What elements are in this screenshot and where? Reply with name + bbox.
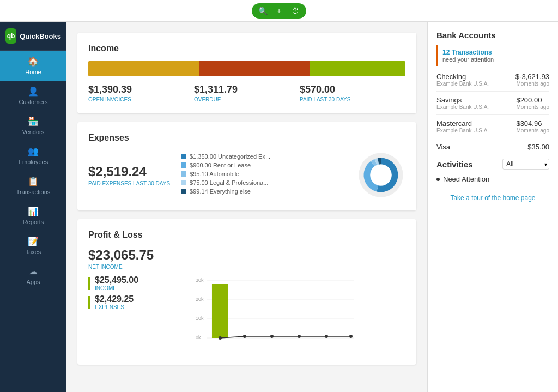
- add-icon[interactable]: +: [274, 5, 284, 16]
- bank-amount: $304.96: [516, 119, 549, 128]
- content-area: Income $1,390.39 OPEN INVOICES$1,311.79 …: [66, 22, 427, 392]
- sidebar-label-apps: Apps: [26, 279, 40, 285]
- svg-text:30k: 30k: [196, 278, 204, 283]
- qb-logo-icon: qb: [5, 28, 16, 44]
- bank-name: Mastercard: [436, 119, 489, 128]
- customers-icon: 👤: [28, 86, 39, 97]
- legend-text: $1,350.00 Uncategorized Ex...: [190, 153, 270, 160]
- legend-text: $99.14 Everything else: [190, 188, 251, 195]
- bank-amount: $-3,621.93: [515, 73, 549, 81]
- bank-time: Moments ago: [516, 128, 549, 134]
- svg-point-12: [243, 335, 246, 338]
- legend-item: $75.00 Legal & Professiona...: [181, 179, 345, 186]
- bank-sub: Example Bank U.S.A.: [436, 81, 489, 87]
- bank-account-row: Checking Example Bank U.S.A. $-3,621.93 …: [436, 73, 549, 92]
- transactions-icon: 📋: [28, 176, 39, 186]
- svg-point-11: [219, 336, 222, 340]
- pl-item-value: $25,495.00: [95, 275, 138, 285]
- sidebar-item-employees[interactable]: 👥 Employees: [0, 141, 66, 171]
- sidebar-item-customers[interactable]: 👤 Customers: [0, 81, 66, 111]
- pl-item: $25,495.00 INCOME: [88, 275, 138, 291]
- bank-alert: 12 Transactions need your attention: [436, 45, 549, 66]
- pl-header: $23,065.75 NET INCOME: [88, 248, 405, 270]
- topbar: 🔍 + ⏱: [0, 0, 558, 22]
- apps-icon: ☁: [29, 266, 38, 276]
- need-attention: Need Attention: [436, 175, 549, 183]
- sidebar-label-vendors: Vendors: [22, 129, 44, 135]
- expenses-content: $2,519.24 PAID EXPENSES LAST 30 DAYS $1,…: [88, 150, 405, 200]
- sidebar-item-home[interactable]: 🏠 Home: [0, 51, 66, 81]
- expenses-value: $2,519.24: [88, 164, 170, 179]
- legend-item: $95.10 Automobile: [181, 171, 345, 177]
- legend-dot: [181, 154, 186, 159]
- sidebar-label-reports: Reports: [23, 219, 44, 225]
- sidebar-item-taxes[interactable]: 📝 Taxes: [0, 231, 66, 261]
- bank-rows: Checking Example Bank U.S.A. $-3,621.93 …: [436, 73, 549, 151]
- svg-text:10k: 10k: [196, 316, 204, 321]
- income-stat: $1,311.79 OVERDUE: [194, 84, 300, 102]
- bank-alert-link[interactable]: 12 Transactions: [442, 49, 545, 56]
- legend-text: $900.00 Rent or Lease: [190, 162, 251, 168]
- expenses-title: Expenses: [88, 133, 405, 143]
- pl-item-label: INCOME: [95, 285, 138, 291]
- bank-row: Savings Example Bank U.S.A. $200.00 Mome…: [436, 96, 549, 110]
- taxes-icon: 📝: [28, 236, 39, 246]
- svg-point-14: [298, 335, 301, 338]
- svg-point-15: [325, 335, 328, 338]
- history-icon[interactable]: ⏱: [290, 5, 301, 16]
- bank-account-row: Visa $35.00: [436, 143, 549, 151]
- income-stat-label: OPEN INVOICES: [88, 97, 194, 102]
- bank-amount: $200.00: [516, 96, 549, 104]
- bank-account-row: Mastercard Example Bank U.S.A. $304.96 M…: [436, 119, 549, 138]
- bank-time: Moments ago: [515, 81, 549, 87]
- income-stats: $1,390.39 OPEN INVOICES$1,311.79 OVERDUE…: [88, 84, 405, 102]
- right-panel: Bank Accounts 12 Transactions need your …: [427, 22, 558, 392]
- legend-item: $1,350.00 Uncategorized Ex...: [181, 153, 345, 160]
- bank-alert-sub: need your attention: [442, 56, 545, 63]
- expenses-card: Expenses $2,519.24 PAID EXPENSES LAST 30…: [77, 122, 416, 210]
- bank-row: Checking Example Bank U.S.A. $-3,621.93 …: [436, 73, 549, 87]
- tour-link[interactable]: Take a tour of the home page: [436, 194, 549, 202]
- pl-item-label: EXPENSES: [95, 304, 134, 310]
- income-bar-segment: [199, 61, 311, 76]
- svg-point-1: [370, 164, 392, 186]
- need-attention-text[interactable]: Need Attention: [443, 175, 489, 183]
- sidebar-label-employees: Employees: [19, 159, 48, 165]
- bank-time: Moments ago: [516, 104, 549, 110]
- activities-select-wrap: All This Week This Month: [502, 159, 549, 170]
- income-stat: $570.00 PAID LAST 30 DAYS: [300, 84, 405, 102]
- income-bar-segment: [88, 61, 199, 76]
- pl-item: $2,429.25 EXPENSES: [88, 294, 138, 310]
- bank-divider: [436, 138, 549, 138]
- home-icon: 🏠: [28, 56, 39, 67]
- income-stat-label: PAID LAST 30 DAYS: [300, 97, 405, 102]
- income-card: Income $1,390.39 OPEN INVOICES$1,311.79 …: [77, 33, 416, 113]
- pl-title: Profit & Loss: [88, 230, 405, 240]
- legend-dot: [181, 171, 186, 177]
- topbar-actions: 🔍 + ⏱: [252, 3, 306, 19]
- sidebar-label-taxes: Taxes: [26, 249, 41, 255]
- search-icon[interactable]: 🔍: [257, 5, 268, 16]
- sidebar-item-apps[interactable]: ☁ Apps: [0, 261, 66, 291]
- sidebar-item-transactions[interactable]: 📋 Transactions: [0, 171, 66, 201]
- app-name: QuickBooks: [20, 32, 61, 40]
- sidebar-item-reports[interactable]: 📊 Reports: [0, 201, 66, 231]
- expenses-legend: $1,350.00 Uncategorized Ex... $900.00 Re…: [181, 153, 345, 197]
- profit-loss-card: Profit & Loss $23,065.75 NET INCOME $25,…: [77, 219, 416, 365]
- income-stat-value: $570.00: [300, 84, 405, 95]
- pl-net-income-label: NET INCOME: [88, 264, 154, 270]
- sidebar-label-transactions: Transactions: [16, 189, 51, 195]
- bank-name: Savings: [436, 96, 489, 104]
- sidebar-logo: qb QuickBooks: [0, 22, 66, 51]
- bank-accounts-title: Bank Accounts: [436, 31, 549, 40]
- sidebar-label-home: Home: [25, 69, 41, 75]
- main-layout: qb QuickBooks 🏠 Home👤 Customers🏪 Vendors…: [0, 22, 558, 392]
- activities-select[interactable]: All This Week This Month: [502, 159, 549, 170]
- svg-point-13: [270, 335, 274, 338]
- income-stat-value: $1,390.39: [88, 84, 194, 95]
- sidebar-item-vendors[interactable]: 🏪 Vendors: [0, 111, 66, 141]
- income-stat-value: $1,311.79: [194, 84, 300, 95]
- svg-text:0k: 0k: [196, 335, 201, 340]
- bank-name: Visa: [436, 143, 450, 151]
- pl-item-value: $2,429.25: [95, 294, 134, 304]
